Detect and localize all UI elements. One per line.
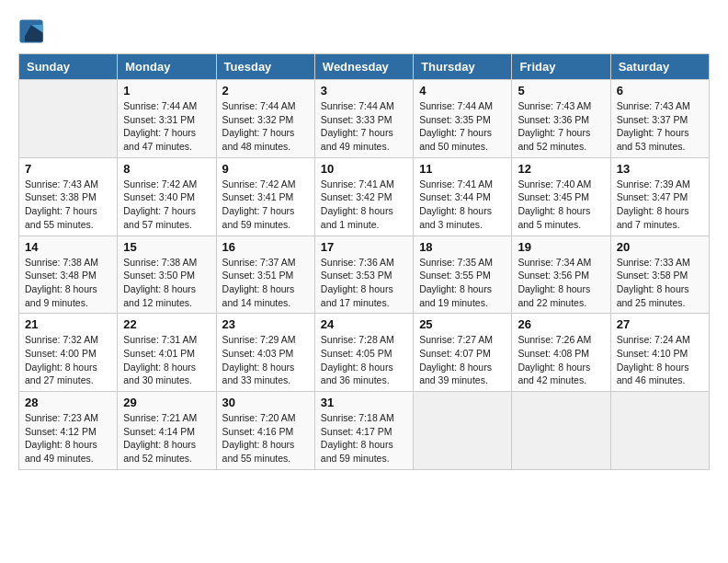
day-info: Sunrise: 7:43 AM Sunset: 3:36 PM Dayligh… [518,99,604,154]
calendar-cell: 27Sunrise: 7:24 AM Sunset: 4:10 PM Dayli… [610,314,709,392]
weekday-header-row: SundayMondayTuesdayWednesdayThursdayFrid… [19,54,710,80]
day-info: Sunrise: 7:44 AM Sunset: 3:33 PM Dayligh… [321,99,407,154]
day-number: 29 [123,396,210,409]
week-row-5: 28Sunrise: 7:23 AM Sunset: 4:12 PM Dayli… [19,392,710,470]
calendar-cell: 11Sunrise: 7:41 AM Sunset: 3:44 PM Dayli… [414,157,512,236]
weekday-header-thursday: Thursday [414,54,512,80]
day-info: Sunrise: 7:21 AM Sunset: 4:14 PM Dayligh… [123,411,210,465]
day-info: Sunrise: 7:43 AM Sunset: 3:38 PM Dayligh… [25,178,111,232]
day-info: Sunrise: 7:35 AM Sunset: 3:55 PM Dayligh… [419,256,506,310]
calendar-cell: 26Sunrise: 7:26 AM Sunset: 4:08 PM Dayli… [512,314,610,392]
day-number: 21 [25,317,111,331]
day-info: Sunrise: 7:42 AM Sunset: 3:41 PM Dayligh… [222,178,309,232]
day-number: 3 [321,84,407,98]
week-row-1: 1Sunrise: 7:44 AM Sunset: 3:31 PM Daylig… [19,80,710,158]
weekday-header-sunday: Sunday [19,54,118,80]
calendar-cell [19,80,118,158]
day-number: 7 [25,162,111,176]
day-number: 19 [518,240,604,254]
logo [18,18,48,44]
day-number: 25 [419,317,506,331]
logo-icon [18,18,44,44]
day-info: Sunrise: 7:26 AM Sunset: 4:08 PM Dayligh… [518,333,604,387]
calendar-cell: 8Sunrise: 7:42 AM Sunset: 3:40 PM Daylig… [118,157,216,236]
weekday-header-saturday: Saturday [610,54,709,80]
day-info: Sunrise: 7:44 AM Sunset: 3:32 PM Dayligh… [222,99,309,154]
calendar-cell: 29Sunrise: 7:21 AM Sunset: 4:14 PM Dayli… [118,392,216,470]
day-number: 2 [222,84,309,98]
weekday-header-wednesday: Wednesday [314,54,413,80]
day-number: 24 [321,317,407,331]
day-info: Sunrise: 7:44 AM Sunset: 3:35 PM Dayligh… [419,99,506,154]
day-number: 4 [419,84,506,98]
day-number: 15 [123,240,210,254]
calendar-cell: 16Sunrise: 7:37 AM Sunset: 3:51 PM Dayli… [216,236,314,314]
day-info: Sunrise: 7:36 AM Sunset: 3:53 PM Dayligh… [321,256,407,310]
calendar-cell: 10Sunrise: 7:41 AM Sunset: 3:42 PM Dayli… [314,157,413,236]
day-number: 26 [518,317,604,331]
day-number: 13 [617,162,703,176]
calendar-cell: 28Sunrise: 7:23 AM Sunset: 4:12 PM Dayli… [19,392,118,470]
day-number: 31 [321,396,407,409]
calendar-cell: 1Sunrise: 7:44 AM Sunset: 3:31 PM Daylig… [118,80,216,158]
day-info: Sunrise: 7:37 AM Sunset: 3:51 PM Dayligh… [222,256,309,310]
calendar-cell: 31Sunrise: 7:18 AM Sunset: 4:17 PM Dayli… [314,392,413,470]
day-info: Sunrise: 7:28 AM Sunset: 4:05 PM Dayligh… [321,333,407,387]
day-info: Sunrise: 7:43 AM Sunset: 3:37 PM Dayligh… [617,99,703,154]
calendar-cell: 17Sunrise: 7:36 AM Sunset: 3:53 PM Dayli… [314,236,413,314]
calendar-cell: 24Sunrise: 7:28 AM Sunset: 4:05 PM Dayli… [314,314,413,392]
day-info: Sunrise: 7:24 AM Sunset: 4:10 PM Dayligh… [617,333,703,387]
day-info: Sunrise: 7:20 AM Sunset: 4:16 PM Dayligh… [222,411,309,465]
day-info: Sunrise: 7:31 AM Sunset: 4:01 PM Dayligh… [123,333,210,387]
day-number: 22 [123,317,210,331]
calendar-cell: 2Sunrise: 7:44 AM Sunset: 3:32 PM Daylig… [216,80,314,158]
day-number: 5 [518,84,604,98]
calendar-cell: 21Sunrise: 7:32 AM Sunset: 4:00 PM Dayli… [19,314,118,392]
day-number: 11 [419,162,506,176]
day-number: 14 [25,240,111,254]
calendar-cell: 13Sunrise: 7:39 AM Sunset: 3:47 PM Dayli… [610,157,709,236]
page-header [18,18,710,44]
calendar-cell: 23Sunrise: 7:29 AM Sunset: 4:03 PM Dayli… [216,314,314,392]
day-info: Sunrise: 7:44 AM Sunset: 3:31 PM Dayligh… [123,99,210,154]
weekday-header-monday: Monday [118,54,216,80]
day-info: Sunrise: 7:41 AM Sunset: 3:44 PM Dayligh… [419,178,506,232]
calendar-cell: 5Sunrise: 7:43 AM Sunset: 3:36 PM Daylig… [512,80,610,158]
day-info: Sunrise: 7:29 AM Sunset: 4:03 PM Dayligh… [222,333,309,387]
calendar-cell [414,392,512,470]
day-number: 6 [617,84,703,98]
day-info: Sunrise: 7:33 AM Sunset: 3:58 PM Dayligh… [617,256,703,310]
calendar-table: SundayMondayTuesdayWednesdayThursdayFrid… [18,53,710,470]
day-info: Sunrise: 7:42 AM Sunset: 3:40 PM Dayligh… [123,178,210,232]
day-number: 28 [25,396,111,409]
day-info: Sunrise: 7:38 AM Sunset: 3:48 PM Dayligh… [25,256,111,310]
calendar-cell: 3Sunrise: 7:44 AM Sunset: 3:33 PM Daylig… [314,80,413,158]
day-number: 8 [123,162,210,176]
calendar-cell: 4Sunrise: 7:44 AM Sunset: 3:35 PM Daylig… [414,80,512,158]
day-info: Sunrise: 7:18 AM Sunset: 4:17 PM Dayligh… [321,411,407,465]
calendar-cell: 9Sunrise: 7:42 AM Sunset: 3:41 PM Daylig… [216,157,314,236]
day-number: 10 [321,162,407,176]
day-info: Sunrise: 7:23 AM Sunset: 4:12 PM Dayligh… [25,411,111,465]
calendar-cell: 14Sunrise: 7:38 AM Sunset: 3:48 PM Dayli… [19,236,118,314]
calendar-cell: 12Sunrise: 7:40 AM Sunset: 3:45 PM Dayli… [512,157,610,236]
day-number: 17 [321,240,407,254]
day-number: 9 [222,162,309,176]
day-number: 30 [222,396,309,409]
day-info: Sunrise: 7:34 AM Sunset: 3:56 PM Dayligh… [518,256,604,310]
day-number: 16 [222,240,309,254]
week-row-2: 7Sunrise: 7:43 AM Sunset: 3:38 PM Daylig… [19,157,710,236]
calendar-cell: 6Sunrise: 7:43 AM Sunset: 3:37 PM Daylig… [610,80,709,158]
day-number: 20 [617,240,703,254]
calendar-cell [610,392,709,470]
calendar-cell: 7Sunrise: 7:43 AM Sunset: 3:38 PM Daylig… [19,157,118,236]
day-number: 23 [222,317,309,331]
day-info: Sunrise: 7:32 AM Sunset: 4:00 PM Dayligh… [25,333,111,387]
calendar-cell: 25Sunrise: 7:27 AM Sunset: 4:07 PM Dayli… [414,314,512,392]
day-info: Sunrise: 7:39 AM Sunset: 3:47 PM Dayligh… [617,178,703,232]
week-row-4: 21Sunrise: 7:32 AM Sunset: 4:00 PM Dayli… [19,314,710,392]
calendar-cell: 18Sunrise: 7:35 AM Sunset: 3:55 PM Dayli… [414,236,512,314]
day-info: Sunrise: 7:27 AM Sunset: 4:07 PM Dayligh… [419,333,506,387]
day-info: Sunrise: 7:40 AM Sunset: 3:45 PM Dayligh… [518,178,604,232]
day-number: 12 [518,162,604,176]
